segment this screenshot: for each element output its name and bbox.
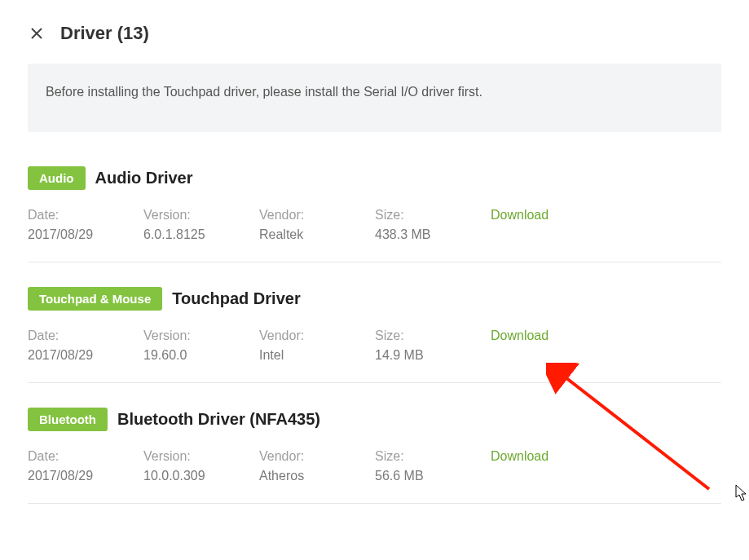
- close-icon[interactable]: [28, 24, 46, 42]
- size-label: Size:: [375, 449, 491, 464]
- driver-name: Touchpad Driver: [172, 289, 300, 308]
- vendor-value: Intel: [259, 348, 375, 363]
- vendor-value: Atheros: [259, 469, 375, 483]
- driver-name: Audio Driver: [95, 169, 193, 187]
- install-notice: Before installing the Touchpad driver, p…: [28, 64, 721, 132]
- driver-name: Bluetooth Driver (NFA435): [117, 410, 320, 429]
- driver-row: Audio Audio Driver Date:2017/08/29 Versi…: [28, 166, 721, 262]
- version-value: 10.0.0.309: [143, 469, 259, 483]
- category-tag: Touchpad & Mouse: [28, 287, 162, 311]
- section-title: Driver (13): [60, 23, 149, 44]
- version-label: Version:: [143, 329, 259, 343]
- vendor-value: Realtek: [259, 227, 375, 242]
- download-link[interactable]: Download: [491, 208, 606, 223]
- date-value: 2017/08/29: [28, 469, 143, 483]
- date-label: Date:: [28, 208, 143, 223]
- vendor-label: Vendor:: [259, 449, 375, 464]
- vendor-label: Vendor:: [259, 329, 375, 343]
- version-label: Version:: [143, 208, 259, 223]
- section-header: Driver (13): [28, 23, 721, 44]
- category-tag: Audio: [28, 166, 86, 190]
- vendor-label: Vendor:: [259, 208, 375, 223]
- cursor-icon: [735, 484, 748, 502]
- size-value: 14.9 MB: [375, 348, 491, 363]
- date-value: 2017/08/29: [28, 227, 143, 242]
- size-value: 56.6 MB: [375, 469, 491, 483]
- size-label: Size:: [375, 329, 491, 343]
- date-label: Date:: [28, 449, 143, 464]
- date-label: Date:: [28, 329, 143, 343]
- driver-row: Touchpad & Mouse Touchpad Driver Date:20…: [28, 287, 721, 383]
- download-link[interactable]: Download: [491, 329, 606, 343]
- size-label: Size:: [375, 208, 491, 223]
- version-value: 19.60.0: [143, 348, 259, 363]
- driver-row: Bluetooth Bluetooth Driver (NFA435) Date…: [28, 408, 721, 504]
- version-value: 6.0.1.8125: [143, 227, 259, 242]
- version-label: Version:: [143, 449, 259, 464]
- size-value: 438.3 MB: [375, 227, 491, 242]
- download-link[interactable]: Download: [491, 449, 606, 464]
- category-tag: Bluetooth: [28, 408, 108, 431]
- date-value: 2017/08/29: [28, 348, 143, 363]
